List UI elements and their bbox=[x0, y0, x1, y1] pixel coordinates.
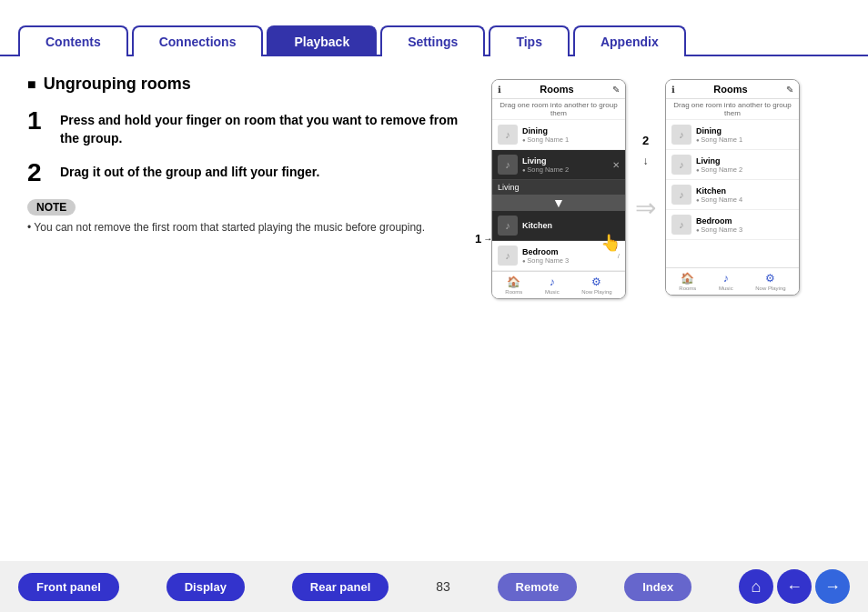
note-box: NOTE You can not remove the first room t… bbox=[27, 198, 473, 234]
forward-button[interactable]: → bbox=[815, 569, 850, 604]
bedroom-after-thumb: ♪ bbox=[671, 215, 691, 235]
rear-panel-button[interactable]: Rear panel bbox=[292, 573, 389, 601]
diagram-area: 1 → ℹ Rooms ✎ Drag one room into another… bbox=[491, 75, 800, 299]
note-text: You can not remove the first room that s… bbox=[27, 221, 473, 234]
bottom-rooms-label-before: Rooms bbox=[505, 289, 522, 295]
bottom-rooms-before: 🏠 Rooms bbox=[505, 276, 522, 295]
phone-after-subtitle: Drag one room into another to group them bbox=[666, 99, 799, 120]
living-name: Living bbox=[522, 156, 608, 166]
phone-before-bottom-bar: 🏠 Rooms ♪ Music ⚙ Now Playing bbox=[492, 271, 625, 298]
bottom-navigation: Front panel Display Rear panel 83 Remote… bbox=[0, 561, 868, 612]
bottom-home-icon-before: 🏠 bbox=[507, 276, 520, 288]
bottom-nowplaying-icon-before: ⚙ bbox=[591, 276, 601, 288]
tab-tips[interactable]: Tips bbox=[489, 25, 570, 56]
step-2-down-arrow: ↓ bbox=[643, 155, 649, 167]
kitchen-info: Kitchen bbox=[522, 221, 620, 230]
kitchen-after-thumb: ♪ bbox=[671, 185, 691, 205]
drop-arrow-icon: ▼ bbox=[552, 196, 565, 210]
back-arrow-icon: ← bbox=[786, 577, 802, 597]
step-1: 1 Press and hold your finger on room tha… bbox=[27, 108, 473, 147]
phone-after-edit-icon: ✎ bbox=[786, 85, 793, 95]
step-2: 2 Drag it out of the group and lift your… bbox=[27, 160, 473, 186]
tab-contents[interactable]: Contents bbox=[18, 25, 128, 56]
bottom-rooms-label-after: Rooms bbox=[679, 286, 696, 291]
kitchen-after-info: Kitchen Song Name 4 bbox=[696, 186, 793, 204]
living-after-song: Song Name 2 bbox=[696, 166, 793, 174]
bottom-nowplaying-label-after: Now Playing bbox=[755, 286, 785, 291]
room-item-dining-before: ♪ Dining Song Name 1 bbox=[492, 120, 625, 150]
top-navigation: Contents Connections Playback Settings T… bbox=[0, 0, 868, 56]
dining-song: Song Name 1 bbox=[522, 135, 620, 144]
phone-before-title: Rooms bbox=[501, 84, 612, 95]
phone-after: ℹ Rooms ✎ Drag one room into another to … bbox=[665, 79, 800, 296]
bottom-nowplaying-label-before: Now Playing bbox=[581, 289, 611, 295]
bottom-nowplaying-icon-after: ⚙ bbox=[765, 272, 775, 285]
phone-after-bottom-bar: 🏠 Rooms ♪ Music ⚙ Now Playing bbox=[666, 267, 799, 295]
bottom-music-icon-before: ♪ bbox=[550, 276, 555, 288]
dining-after-thumb: ♪ bbox=[671, 125, 691, 145]
before-diagram: 1 → ℹ Rooms ✎ Drag one room into another… bbox=[491, 79, 626, 299]
arrow-right-icon: ⇒ bbox=[635, 193, 656, 223]
bedroom-after-name: Bedroom bbox=[696, 216, 793, 226]
tab-settings[interactable]: Settings bbox=[380, 25, 485, 56]
bedroom-after-song: Song Name 3 bbox=[696, 226, 793, 234]
after-diagram: ℹ Rooms ✎ Drag one room into another to … bbox=[665, 79, 800, 296]
middle-arrows: 2 ↓ ⇒ bbox=[635, 79, 656, 223]
bedroom-info: Bedroom Song Name 3 bbox=[522, 247, 613, 265]
bottom-home-icon-after: 🏠 bbox=[681, 272, 694, 285]
back-button[interactable]: ← bbox=[777, 569, 812, 604]
step-1-number: 1 bbox=[27, 108, 49, 134]
step-2-text: Drag it out of the group and lift your f… bbox=[60, 160, 319, 182]
index-button[interactable]: Index bbox=[624, 573, 691, 601]
phone-after-header: ℹ Rooms ✎ bbox=[666, 80, 799, 99]
front-panel-button[interactable]: Front panel bbox=[18, 573, 119, 601]
living-thumb: ♪ bbox=[498, 155, 518, 175]
note-label: NOTE bbox=[27, 199, 76, 216]
finger-touch-icon: 👆 bbox=[601, 233, 621, 253]
kitchen-after-song: Song Name 4 bbox=[696, 196, 793, 204]
living-group-label: Living bbox=[492, 180, 625, 195]
spacer bbox=[666, 240, 799, 267]
bottom-rooms-after: 🏠 Rooms bbox=[679, 272, 696, 291]
forward-arrow-icon: → bbox=[824, 577, 841, 597]
bottom-music-after: ♪ Music bbox=[719, 272, 733, 291]
kitchen-after-name: Kitchen bbox=[696, 186, 793, 196]
kitchen-thumb: ♪ bbox=[498, 216, 518, 236]
room-item-kitchen-after: ♪ Kitchen Song Name 4 bbox=[666, 180, 799, 210]
living-after-name: Living bbox=[696, 156, 793, 166]
page-number: 83 bbox=[436, 579, 450, 594]
bottom-music-label-before: Music bbox=[545, 289, 560, 295]
room-item-living-after: ♪ Living Song Name 2 bbox=[666, 150, 799, 180]
home-icon-button[interactable]: ⌂ bbox=[739, 569, 773, 604]
living-song: Song Name 2 bbox=[522, 166, 608, 174]
tab-playback[interactable]: Playback bbox=[267, 25, 377, 56]
diagram-step-2-label: 2 bbox=[642, 134, 649, 147]
bottom-music-before: ♪ Music bbox=[545, 276, 560, 295]
section-title: Ungrouping rooms bbox=[27, 75, 473, 94]
diagram-step-1-label: 1 → bbox=[475, 232, 492, 246]
bottom-right-icons: ⌂ ← → bbox=[739, 569, 850, 604]
dining-after-song: Song Name 1 bbox=[696, 135, 793, 144]
phone-after-title: Rooms bbox=[675, 84, 786, 95]
bottom-music-icon-after: ♪ bbox=[723, 272, 729, 285]
living-close-icon: ✕ bbox=[612, 160, 620, 170]
dining-thumb: ♪ bbox=[498, 125, 518, 145]
tab-appendix[interactable]: Appendix bbox=[573, 25, 686, 56]
main-content: Ungrouping rooms 1 Press and hold your f… bbox=[0, 56, 868, 317]
phone-before: ℹ Rooms ✎ Drag one room into another to … bbox=[491, 79, 626, 299]
home-icon: ⌂ bbox=[752, 577, 762, 597]
bottom-nowplaying-after: ⚙ Now Playing bbox=[755, 272, 785, 291]
bedroom-thumb: ♪ bbox=[498, 246, 518, 266]
room-item-living-before: ♪ Living Song Name 2 ✕ bbox=[492, 150, 625, 180]
phone-before-subtitle: Drag one room into another to group them bbox=[492, 99, 625, 120]
phone-before-header: ℹ Rooms ✎ bbox=[492, 80, 625, 99]
bedroom-name: Bedroom bbox=[522, 247, 613, 256]
bedroom-song: Song Name 3 bbox=[522, 256, 613, 265]
bottom-music-label-after: Music bbox=[719, 286, 733, 291]
instructions-panel: Ungrouping rooms 1 Press and hold your f… bbox=[27, 75, 473, 299]
tab-connections[interactable]: Connections bbox=[132, 25, 264, 56]
bedroom-after-info: Bedroom Song Name 3 bbox=[696, 216, 793, 234]
display-button[interactable]: Display bbox=[167, 573, 245, 601]
drop-zone: ▼ bbox=[492, 195, 625, 211]
remote-button[interactable]: Remote bbox=[498, 573, 578, 601]
